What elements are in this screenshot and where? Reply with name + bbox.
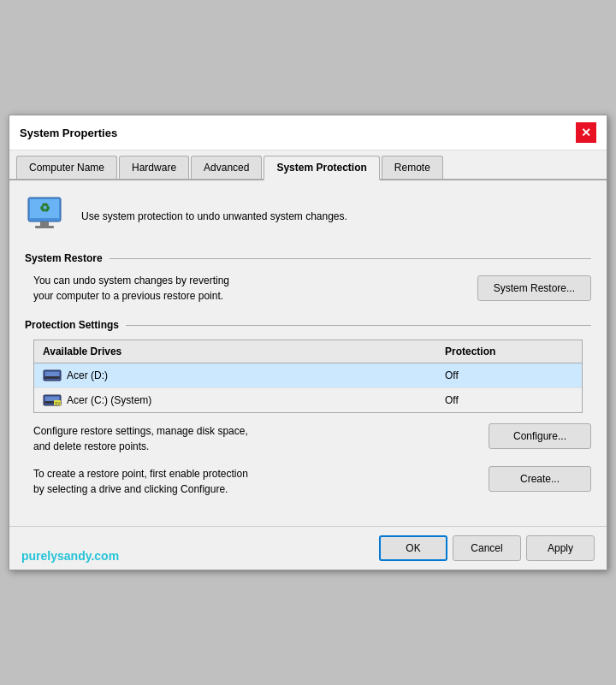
protection-d-value: Off bbox=[445, 369, 573, 381]
create-row: To create a restore point, first enable … bbox=[33, 466, 591, 497]
close-button[interactable]: ✕ bbox=[576, 122, 596, 143]
configure-row: Configure restore settings, manage disk … bbox=[33, 423, 591, 454]
svg-rect-2 bbox=[40, 221, 49, 226]
system-restore-title: System Restore bbox=[25, 252, 103, 264]
protection-settings-section: Protection Settings Available Drives Pro… bbox=[25, 319, 591, 497]
apply-button[interactable]: Apply bbox=[526, 535, 595, 561]
table-row-d[interactable]: Acer (D:) Off bbox=[34, 363, 582, 388]
drive-d-cell: Acer (D:) bbox=[43, 369, 445, 382]
tab-system-protection[interactable]: System Protection bbox=[264, 156, 379, 180]
table-row-c[interactable]: SYS Acer (C:) (System) Off bbox=[34, 388, 582, 412]
drive-c-icon: SYS bbox=[43, 393, 62, 407]
main-content: ♻ Use system protection to undo unwanted… bbox=[9, 180, 607, 526]
svg-rect-7 bbox=[44, 376, 60, 379]
configure-button[interactable]: Configure... bbox=[489, 423, 591, 449]
bottom-bar: purelysandy.com OK Cancel Apply bbox=[9, 526, 607, 570]
title-bar: System Properties ✕ bbox=[9, 115, 607, 151]
svg-text:SYS: SYS bbox=[55, 401, 62, 406]
svg-text:♻: ♻ bbox=[39, 201, 50, 215]
svg-rect-3 bbox=[35, 226, 54, 228]
tab-advanced[interactable]: Advanced bbox=[191, 156, 262, 179]
tab-bar: Computer Name Hardware Advanced System P… bbox=[9, 151, 607, 180]
drive-c-cell: SYS Acer (C:) (System) bbox=[43, 393, 445, 407]
protection-c-value: Off bbox=[445, 394, 573, 406]
configure-description: Configure restore settings, manage disk … bbox=[33, 423, 248, 454]
computer-icon: ♻ bbox=[25, 194, 69, 239]
window-title: System Properties bbox=[20, 127, 117, 139]
col-drives: Available Drives bbox=[43, 345, 445, 357]
system-properties-dialog: System Properties ✕ Computer Name Hardwa… bbox=[9, 115, 607, 570]
tab-computer-name[interactable]: Computer Name bbox=[16, 156, 117, 179]
tab-hardware[interactable]: Hardware bbox=[119, 156, 189, 179]
watermark: purelysandy.com bbox=[21, 549, 119, 563]
section-divider-2 bbox=[126, 325, 591, 326]
system-restore-section: System Restore You can undo system chang… bbox=[25, 252, 591, 304]
create-button[interactable]: Create... bbox=[489, 466, 591, 492]
header-section: ♻ Use system protection to undo unwanted… bbox=[25, 194, 591, 239]
header-description: Use system protection to undo unwanted s… bbox=[81, 210, 347, 222]
drives-table: Available Drives Protection Acer (D:) bbox=[33, 340, 583, 413]
protection-settings-title: Protection Settings bbox=[25, 319, 119, 331]
table-header: Available Drives Protection bbox=[34, 340, 582, 363]
tab-remote[interactable]: Remote bbox=[382, 156, 443, 179]
system-restore-row: You can undo system changes by reverting… bbox=[33, 273, 591, 304]
create-description: To create a restore point, first enable … bbox=[33, 466, 248, 497]
system-restore-title-row: System Restore bbox=[25, 252, 591, 264]
protection-settings-title-row: Protection Settings bbox=[25, 319, 591, 331]
cancel-button[interactable]: Cancel bbox=[453, 535, 521, 561]
section-divider bbox=[110, 258, 591, 259]
system-restore-button[interactable]: System Restore... bbox=[477, 275, 591, 301]
col-protection: Protection bbox=[445, 345, 573, 357]
drive-d-icon bbox=[43, 369, 62, 382]
system-restore-description: You can undo system changes by reverting… bbox=[33, 273, 229, 304]
ok-button[interactable]: OK bbox=[379, 535, 447, 561]
